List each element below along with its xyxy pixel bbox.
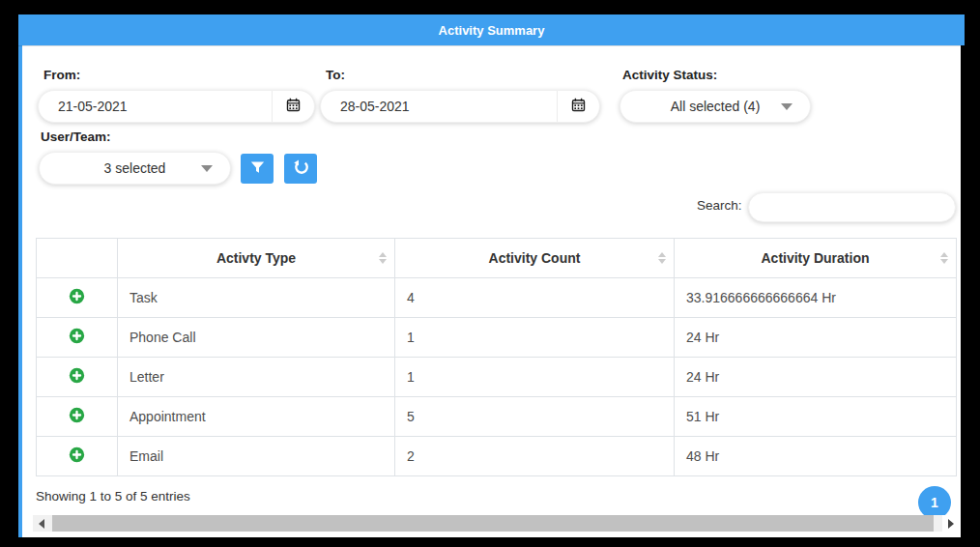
sort-arrows-icon: [658, 252, 666, 264]
from-date-group: [38, 90, 315, 123]
activity-type-cell: Task: [118, 278, 395, 318]
panel-titlebar: Activity Summary: [18, 14, 965, 45]
apply-filter-button[interactable]: [241, 154, 274, 184]
activity-summary-panel: Activity Summary From:: [18, 14, 961, 537]
column-header-activity-duration[interactable]: Activity Duration: [675, 239, 957, 278]
column-header-expand: [37, 239, 118, 278]
to-calendar-button[interactable]: [557, 91, 599, 122]
to-date-input[interactable]: [321, 91, 557, 122]
table-header-row: Activty Type Activity Count Activity Dur…: [37, 239, 957, 278]
page-title: Activity Summary: [439, 23, 545, 38]
refresh-icon: [293, 159, 309, 179]
from-calendar-button[interactable]: [272, 91, 314, 122]
search-label: Search:: [697, 198, 742, 213]
expand-cell: [37, 318, 118, 358]
activity-type-cell: Letter: [118, 358, 395, 397]
filter-icon: [250, 160, 265, 178]
activity-duration-cell: 24 Hr: [675, 318, 957, 358]
calendar-icon: [571, 98, 586, 115]
table-body: Task 4 33.916666666666664 Hr Phone Call: [37, 278, 957, 476]
table-row: Task 4 33.916666666666664 Hr: [37, 278, 957, 318]
horizontal-scrollbar[interactable]: [33, 515, 959, 532]
scroll-left-button[interactable]: [33, 515, 49, 532]
search-input[interactable]: [748, 192, 956, 222]
activity-status-value: All selected (4): [671, 99, 761, 114]
plus-circle-icon[interactable]: [69, 288, 85, 304]
screen: Activity Summary From:: [0, 0, 980, 547]
activity-type-cell: Phone Call: [118, 318, 395, 358]
activity-count-cell: 1: [395, 358, 675, 397]
activity-count-cell: 4: [395, 278, 675, 318]
expand-cell: [37, 437, 118, 476]
entries-summary: Showing 1 to 5 of 5 entries: [36, 489, 190, 504]
arrow-left-icon: [39, 519, 44, 529]
activity-type-cell: Email: [118, 437, 395, 476]
scroll-right-button[interactable]: [942, 515, 959, 532]
user-team-dropdown[interactable]: 3 selected: [39, 152, 231, 185]
plus-circle-icon[interactable]: [69, 367, 85, 384]
activity-duration-cell: 24 Hr: [675, 358, 957, 397]
activity-duration-cell: 48 Hr: [675, 437, 957, 476]
activity-type-cell: Appointment: [118, 397, 395, 437]
calendar-icon: [286, 98, 301, 115]
activity-count-cell: 5: [395, 397, 675, 437]
from-label: From:: [43, 68, 80, 82]
activity-status-dropdown[interactable]: All selected (4): [620, 90, 811, 123]
caret-down-icon: [781, 103, 793, 110]
plus-circle-icon[interactable]: [69, 407, 85, 423]
from-date-input[interactable]: [39, 91, 272, 122]
expand-cell: [37, 397, 118, 437]
activity-status-label: Activity Status:: [622, 68, 717, 82]
activity-duration-cell: 33.916666666666664 Hr: [675, 278, 957, 318]
table-row: Appointment 5 51 Hr: [37, 397, 957, 437]
expand-cell: [37, 278, 118, 318]
plus-circle-icon[interactable]: [69, 446, 85, 463]
table-row: Phone Call 1 24 Hr: [37, 318, 957, 358]
caret-down-icon: [201, 165, 213, 172]
user-team-label: User/Team:: [41, 130, 111, 144]
sort-arrows-icon: [379, 252, 387, 264]
to-date-group: [320, 90, 600, 123]
sort-arrows-icon: [940, 252, 948, 264]
activity-count-cell: 2: [395, 437, 675, 476]
scrollbar-thumb[interactable]: [52, 515, 934, 532]
refresh-button[interactable]: [284, 154, 317, 184]
expand-cell: [37, 358, 118, 397]
plus-circle-icon[interactable]: [69, 328, 85, 344]
table-row: Letter 1 24 Hr: [37, 358, 957, 397]
table-row: Email 2 48 Hr: [37, 437, 957, 476]
activity-duration-cell: 51 Hr: [675, 397, 957, 437]
user-team-value: 3 selected: [104, 160, 166, 176]
column-header-activity-count[interactable]: Activity Count: [395, 239, 675, 278]
activity-summary-table: Activty Type Activity Count Activity Dur…: [36, 238, 957, 476]
arrow-right-icon: [948, 519, 954, 529]
activity-count-cell: 1: [395, 318, 675, 358]
pagination-page-1-button[interactable]: 1: [918, 486, 951, 519]
to-label: To:: [326, 68, 345, 82]
column-header-activity-type[interactable]: Activty Type: [118, 239, 395, 278]
